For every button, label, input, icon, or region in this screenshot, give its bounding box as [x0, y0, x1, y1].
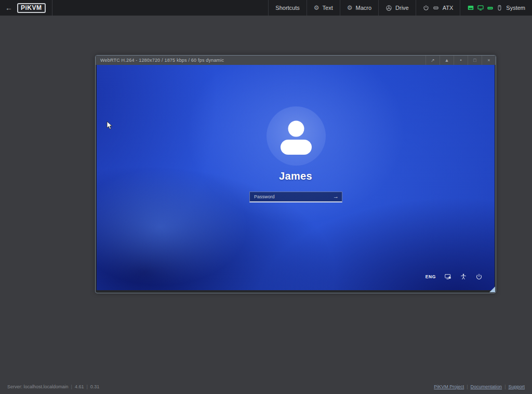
server-stat-b: 0.31: [90, 384, 100, 389]
topbar-menu: Shortcuts ⚙ Text ⚙ Macro Drive: [268, 0, 532, 16]
server-label: Server: localhost.localdomain: [7, 384, 69, 389]
menu-label-shortcuts: Shortcuts: [275, 5, 299, 11]
remote-video-screen[interactable]: James → ENG: [97, 65, 495, 290]
footer-separator: |: [71, 384, 72, 389]
menu-label-drive: Drive: [395, 5, 409, 11]
password-submit-button[interactable]: →: [330, 192, 341, 200]
stream-window-titlebar[interactable]: WebRTC H.264 - 1280x720 / 1875 kbps / 60…: [96, 56, 496, 65]
power-icon[interactable]: [475, 273, 483, 280]
footer-separator: |: [86, 384, 87, 389]
footer: Server: localhost.localdomain|4.61|0.31 …: [0, 384, 532, 391]
menu-label-atx: ATX: [443, 5, 454, 11]
login-tray: ENG: [425, 273, 483, 280]
led-status-icon: [487, 5, 494, 11]
language-indicator[interactable]: ENG: [425, 274, 436, 279]
maximize-button[interactable]: □: [468, 56, 482, 65]
server-stat-a: 4.61: [75, 384, 84, 389]
gear-icon: ⚙: [314, 5, 320, 11]
detach-button[interactable]: ▲: [440, 56, 454, 65]
footer-separator: |: [504, 384, 506, 389]
stream-window-title: WebRTC H.264 - 1280x720 / 1875 kbps / 60…: [96, 56, 425, 65]
menu-label-system: System: [506, 5, 525, 11]
menu-label-text: Text: [323, 5, 333, 11]
network-icon[interactable]: [444, 273, 451, 280]
disc-icon: [385, 5, 392, 11]
topbar-left: ← PiKVM: [0, 0, 52, 16]
avatar: [267, 106, 326, 166]
menu-item-system[interactable]: System: [460, 0, 532, 16]
close-button[interactable]: ×: [482, 56, 496, 65]
link-documentation[interactable]: Documentation: [471, 384, 502, 389]
window-resize-handle[interactable]: [489, 287, 495, 292]
link-pikvm-project[interactable]: PiKVM Project: [434, 384, 464, 389]
back-arrow-icon[interactable]: ←: [5, 4, 12, 12]
stream-window: WebRTC H.264 - 1280x720 / 1875 kbps / 60…: [95, 55, 496, 293]
menu-item-shortcuts[interactable]: Shortcuts: [268, 0, 306, 16]
stream-window-controls: ↗ ▲ • □ ×: [425, 56, 496, 65]
link-support[interactable]: Support: [508, 384, 525, 389]
display-status-icon: [477, 4, 484, 11]
remote-mouse-cursor: [107, 121, 113, 132]
password-input[interactable]: [249, 192, 342, 202]
mouse-status-icon: [496, 4, 503, 11]
menu-label-macro: Macro: [356, 5, 372, 11]
gear-icon: ⚙: [347, 5, 353, 11]
keyboard-status-icon: [467, 4, 474, 11]
hdd-icon: [432, 5, 440, 11]
reset-size-button[interactable]: •: [454, 56, 468, 65]
footer-separator: |: [467, 384, 468, 389]
system-status-icons: [467, 4, 503, 11]
footer-links: PiKVM Project|Documentation|Support: [434, 384, 525, 389]
footer-server-info: Server: localhost.localdomain|4.61|0.31: [7, 384, 99, 389]
password-field-wrap: →: [249, 191, 342, 202]
topbar: ← PiKVM Shortcuts ⚙ Text ⚙ Macro: [0, 0, 532, 16]
menu-item-drive[interactable]: Drive: [378, 0, 416, 16]
menu-item-macro[interactable]: ⚙ Macro: [340, 0, 378, 16]
fullscreen-button[interactable]: ↗: [425, 56, 440, 65]
user-avatar-icon: [267, 106, 326, 166]
menu-item-atx[interactable]: ATX: [416, 0, 460, 16]
power-icon: [423, 5, 429, 11]
login-username: James: [97, 170, 495, 182]
accessibility-icon[interactable]: [460, 273, 467, 280]
pikvm-logo[interactable]: PiKVM: [17, 3, 46, 13]
menu-item-text[interactable]: ⚙ Text: [307, 0, 340, 16]
